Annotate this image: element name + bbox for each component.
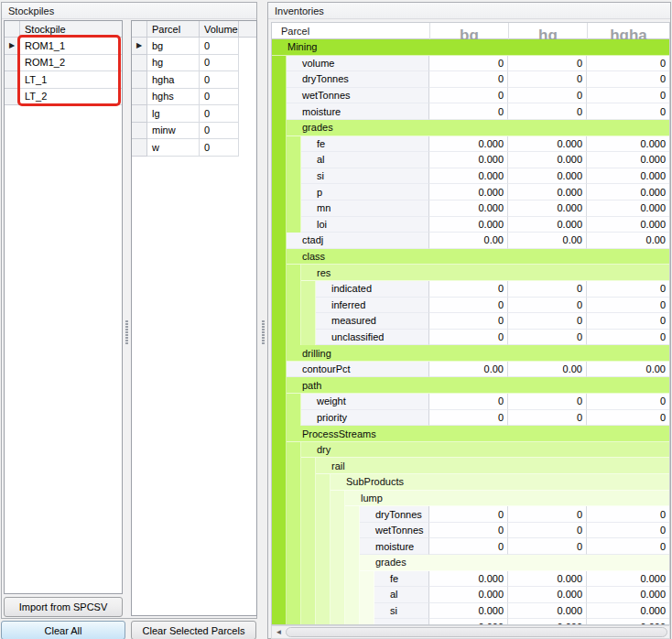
tree-indent-band bbox=[316, 571, 331, 588]
inventory-leaf-row[interactable]: loi0.0000.0000.000 bbox=[272, 217, 669, 233]
inventory-group-row[interactable]: path bbox=[272, 377, 669, 394]
tree-indent-band bbox=[331, 571, 345, 588]
parcel-volume-cell: 0 bbox=[200, 55, 239, 72]
inventory-value-cell: 0.000 bbox=[508, 217, 587, 233]
stockpile-column-header-label: Stockpile bbox=[25, 24, 66, 35]
inventory-leaf-row[interactable]: dryTonnes000 bbox=[272, 71, 669, 88]
parcel-column-header[interactable]: Parcel bbox=[147, 21, 200, 37]
inventory-leaf-row[interactable]: si0.0000.0000.000 bbox=[272, 603, 669, 620]
tree-indent-band bbox=[272, 345, 287, 362]
inventory-value-cell: 0.000 bbox=[429, 168, 508, 185]
inventory-value-cell: 0 bbox=[587, 71, 669, 88]
parcel-grid-body: ▶bg0hg0hgha0hghs0lg0minw0w0 bbox=[132, 38, 256, 157]
inventory-value-cell: 0 bbox=[429, 71, 508, 88]
inventory-leaf-row[interactable]: al0.0000.0000.000 bbox=[272, 152, 669, 168]
scroll-left-icon[interactable]: ◄ bbox=[272, 626, 286, 638]
inventory-leaf-row[interactable]: inferred000 bbox=[272, 298, 669, 314]
inventory-leaf-row[interactable]: indicated000 bbox=[272, 281, 669, 298]
inventories-grid-body: Miningvolume000dryTonnes000wetTonnes000m… bbox=[272, 39, 669, 624]
inventory-group-row[interactable]: dry bbox=[272, 442, 669, 459]
parcel-row[interactable]: hgha0 bbox=[132, 71, 256, 89]
inventory-label-cell: fe bbox=[374, 571, 429, 588]
inventory-value-cell: 0 bbox=[508, 394, 587, 410]
parcel-row[interactable]: lg0 bbox=[132, 105, 256, 123]
inventory-leaf-row[interactable]: fe0.0000.0000.000 bbox=[272, 136, 669, 153]
inventory-group-row[interactable]: Mining bbox=[272, 39, 669, 56]
inventory-leaf-row[interactable]: dryTonnes000 bbox=[272, 506, 669, 523]
inventory-group-row[interactable]: rail bbox=[272, 458, 669, 474]
parcel-row[interactable]: minw0 bbox=[132, 123, 256, 140]
tree-indent-band bbox=[301, 538, 316, 555]
import-from-spcsv-button[interactable]: Import from SPCSV bbox=[4, 597, 123, 617]
tree-indent-band bbox=[272, 56, 287, 72]
inventory-label-cell: contourPct bbox=[287, 362, 429, 378]
tree-indent-band bbox=[272, 200, 287, 217]
tree-indent-band bbox=[287, 394, 301, 410]
inventory-leaf-row[interactable]: mn0.0000.0000.000 bbox=[272, 200, 669, 217]
row-selector-cell bbox=[132, 139, 147, 157]
inventory-value-cell: 0 bbox=[587, 410, 669, 427]
inventory-leaf-row[interactable]: p0.0000.0000.000 bbox=[272, 184, 669, 200]
stage: Stockpiles Stockpile ▶ROM1_1ROM1_2LT_1LT… bbox=[0, 0, 672, 639]
volume-column-header[interactable]: Volume bbox=[200, 21, 239, 37]
inventory-leaf-row[interactable]: ctadj0.000.000.00 bbox=[272, 233, 669, 249]
clear-selected-parcels-button[interactable]: Clear Selected Parcels bbox=[131, 621, 256, 639]
tree-indent-band bbox=[272, 136, 287, 153]
parcel-grid-corner[interactable] bbox=[132, 21, 147, 37]
inventory-group-row[interactable]: lump bbox=[272, 491, 669, 507]
parcel-row[interactable]: hghs0 bbox=[132, 89, 256, 106]
inventory-value-cell: 0 bbox=[429, 538, 508, 555]
inventory-label-cell: measured bbox=[316, 313, 429, 330]
inventory-leaf-row[interactable]: moisture000 bbox=[272, 103, 669, 120]
inventory-leaf-row[interactable]: si0.0000.0000.000 bbox=[272, 168, 669, 185]
tree-indent-band bbox=[301, 474, 316, 491]
annotation-highlight-box bbox=[17, 35, 121, 106]
inventory-group-row[interactable]: class bbox=[272, 249, 669, 265]
inventory-group-row[interactable]: drilling bbox=[272, 345, 669, 362]
parcel-row[interactable]: ▶bg0 bbox=[132, 38, 256, 55]
inventory-value-cell: 0 bbox=[508, 523, 587, 539]
parcel-row[interactable]: w0 bbox=[132, 139, 256, 157]
tree-indent-band bbox=[287, 523, 301, 539]
inventory-group-cell: lump bbox=[345, 491, 669, 507]
inventory-value-cell: 0 bbox=[587, 298, 669, 314]
panel-splitter[interactable] bbox=[258, 20, 267, 615]
inventory-leaf-row[interactable]: weight000 bbox=[272, 394, 669, 410]
inventory-leaf-row[interactable]: wetTonnes000 bbox=[272, 523, 669, 539]
clear-all-button[interactable]: Clear All bbox=[1, 621, 125, 639]
inventories-panel: Inventories Parcel bg hg hgha Miningvolu… bbox=[267, 2, 671, 639]
tree-indent-band bbox=[272, 281, 287, 298]
tree-indent-band bbox=[272, 184, 287, 200]
inventory-leaf-row[interactable]: priority000 bbox=[272, 410, 669, 427]
inventory-group-row[interactable]: grades bbox=[272, 555, 669, 571]
parcel-row[interactable]: hg0 bbox=[132, 55, 256, 72]
inventories-col-header-bg: bg bbox=[429, 23, 508, 39]
tree-indent-band bbox=[272, 538, 287, 555]
inventory-leaf-row[interactable]: p0.0000.0000.000 bbox=[272, 619, 669, 624]
inventory-group-row[interactable]: res bbox=[272, 265, 669, 281]
inventory-group-row[interactable]: SubProducts bbox=[272, 474, 669, 491]
inventory-value-cell: 0.000 bbox=[429, 217, 508, 233]
inventory-leaf-row[interactable]: wetTonnes000 bbox=[272, 88, 669, 104]
parcel-volume-cell: 0 bbox=[200, 71, 239, 89]
inventory-group-row[interactable]: grades bbox=[272, 120, 669, 136]
row-filler bbox=[239, 139, 256, 157]
stockpile-grid-corner[interactable] bbox=[5, 21, 20, 37]
inventory-leaf-row[interactable]: al0.0000.0000.000 bbox=[272, 587, 669, 603]
inventory-leaf-row[interactable]: fe0.0000.0000.000 bbox=[272, 571, 669, 588]
inventory-leaf-row[interactable]: moisture000 bbox=[272, 538, 669, 555]
inventory-value-cell: 0.000 bbox=[508, 184, 587, 200]
inventory-leaf-row[interactable]: unclassified000 bbox=[272, 330, 669, 346]
parcel-header-filler bbox=[239, 21, 256, 37]
parcel-name-cell: lg bbox=[147, 105, 200, 123]
inventory-value-cell: 0.000 bbox=[587, 168, 669, 185]
tree-indent-band bbox=[272, 249, 287, 265]
inventory-group-row[interactable]: ProcessStreams bbox=[272, 426, 669, 442]
tree-indent-band bbox=[345, 506, 360, 523]
stockpile-parcel-splitter[interactable] bbox=[123, 20, 131, 594]
inventory-leaf-row[interactable]: volume000 bbox=[272, 56, 669, 72]
hscrollbar-thumb[interactable] bbox=[286, 627, 667, 637]
inventories-hscrollbar[interactable]: ◄ bbox=[271, 625, 670, 639]
inventory-leaf-row[interactable]: contourPct0.000.000.00 bbox=[272, 362, 669, 378]
inventory-leaf-row[interactable]: measured000 bbox=[272, 313, 669, 330]
